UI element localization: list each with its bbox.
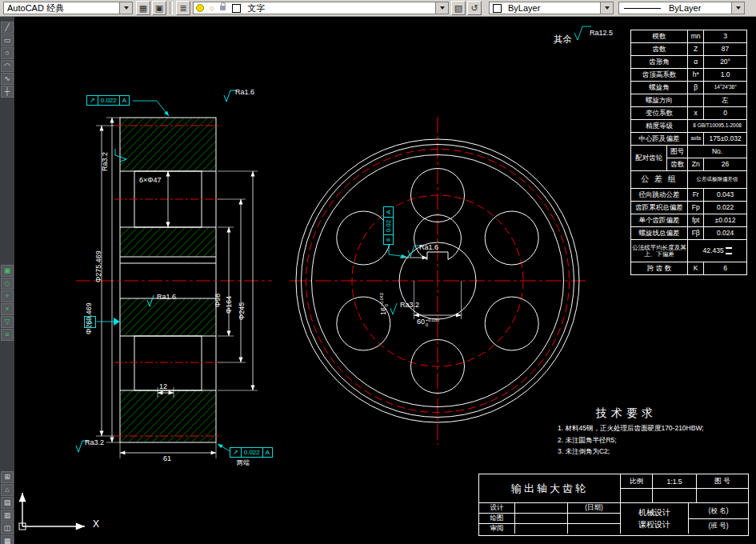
reviewer-label: 审阅 <box>479 524 515 534</box>
param-label: 螺旋方向 <box>631 94 688 107</box>
param-label: 齿顶高系数 <box>631 69 688 82</box>
layer-states-button[interactable]: ▧ <box>451 1 466 15</box>
workspace-settings-button[interactable]: ▦ <box>136 1 150 15</box>
empty-cell <box>568 514 621 524</box>
param-symbol: α <box>688 56 704 69</box>
designer-label: 设计 <box>479 503 515 514</box>
empty-cell <box>697 489 748 503</box>
layer-on-icon <box>196 4 204 12</box>
gdt-symbol: ↗ <box>87 96 98 105</box>
workspace-value: AutoCAD 经典 <box>4 2 119 14</box>
empty-cell <box>568 524 621 534</box>
mirror-tool-icon[interactable]: ▽ <box>1 316 14 328</box>
param-label: 精度等级 <box>631 120 688 133</box>
chevron-down-icon[interactable] <box>600 2 613 14</box>
gdt-tolerance: 0.022 <box>98 96 119 105</box>
offset-tool-icon[interactable]: ≡ <box>1 329 14 341</box>
tech-req-item: 2. 未注圆角半径R5; <box>558 436 617 446</box>
roughness-keyway: Ra1.6 <box>419 243 438 251</box>
left-section-view <box>76 90 272 458</box>
copy-tool-icon[interactable]: + <box>1 290 14 302</box>
modify-tool-group: ▣ ◇ + × ▽ ≡ <box>1 264 14 342</box>
layer-properties-button[interactable]: ≣ <box>176 1 190 15</box>
param-label: 径向跳动公差 <box>631 189 688 202</box>
dim-keyway-main: 16 <box>379 307 387 315</box>
roughness-left: Ra3.2 <box>101 152 109 171</box>
layer-thaw-icon: ☼ <box>208 4 215 12</box>
param-symbol: Zn <box>688 158 704 171</box>
param-label: 中心距及偏差 <box>631 133 688 146</box>
date-label: (日期) <box>568 503 621 514</box>
param-symbol: Fp <box>688 202 704 214</box>
grid-tool-icon[interactable]: ▦ <box>1 535 14 544</box>
param-symbol: fpt <box>688 214 704 227</box>
param-label: 齿数 <box>631 43 688 56</box>
param-label: 螺旋线总偏差 <box>631 227 688 240</box>
school-name: (校 名) <box>689 503 748 519</box>
block-tool-icon[interactable]: ▥ <box>1 510 14 522</box>
dim-hub-diameter: Φ98 <box>214 294 222 307</box>
line-tool-icon[interactable]: ╱ <box>1 22 14 34</box>
workspace-combobox[interactable]: AutoCAD 经典 <box>3 2 133 14</box>
chevron-down-icon[interactable] <box>731 2 744 14</box>
layer-previous-button[interactable]: ↺ <box>467 1 482 15</box>
param-label: 螺旋角 <box>631 82 688 94</box>
param-symbol: a±fa <box>688 133 704 146</box>
drafter-label: 绘图 <box>479 514 515 524</box>
dim-keyway-lower-tol: 0 <box>384 293 389 306</box>
gdt-datum: A <box>262 448 272 457</box>
rectangle-tool-icon[interactable]: ▭ <box>1 34 14 46</box>
erase-tool-icon[interactable]: × <box>1 303 14 315</box>
param-symbol: x <box>688 107 704 120</box>
table-tool-icon[interactable]: ▤ <box>1 497 14 509</box>
spline-tool-icon[interactable]: ∿ <box>1 73 14 85</box>
param-sublabel: 图号 <box>667 146 688 158</box>
general-roughness-value: Ra12.5 <box>590 29 613 37</box>
ucs-icon <box>19 493 85 530</box>
tech-req-title: 技术要求 <box>596 406 657 421</box>
title-block-title: 输出轴大齿轮 <box>479 474 621 503</box>
layer-combobox[interactable]: ☼ 文字 <box>193 2 449 14</box>
scale-value: 1:1.5 <box>653 474 697 489</box>
gdt-frame-bottom: ↗ 0.022 A <box>230 447 273 458</box>
param-sublabel: 齿数 <box>667 158 688 171</box>
ucs-x-label: X <box>93 520 99 528</box>
param-value: 3 <box>704 30 747 43</box>
empty-cell <box>515 524 568 534</box>
move-tool-icon[interactable]: ▣ <box>1 265 14 277</box>
circle-tool-icon[interactable]: ○ <box>1 47 14 59</box>
class-name: (班 号) <box>689 519 748 534</box>
param-value: 14°24′36″ <box>704 82 747 94</box>
param-value: 左 <box>704 94 747 107</box>
arc-tool-icon[interactable]: ◠ <box>1 60 14 72</box>
palette-icon: ▣ <box>155 3 163 13</box>
chevron-down-icon[interactable] <box>435 2 448 14</box>
chevron-down-icon[interactable] <box>119 2 132 14</box>
param-symbol: Fβ <box>688 227 704 240</box>
toolbar-separator <box>170 2 173 14</box>
gdt-frame-top: ↗ 0.022 A <box>86 95 130 106</box>
scale-label: 比例 <box>621 474 653 489</box>
param-value: 0.022 <box>704 202 747 214</box>
param-label: 公法线平均长度及其上、下偏差 <box>631 240 688 262</box>
color-combobox[interactable]: ByLayer <box>489 2 614 14</box>
view-tool-icon[interactable]: ◫ <box>1 522 14 534</box>
param-label: 变位系数 <box>631 107 688 120</box>
param-label: 跨 齿 数 <box>631 262 688 275</box>
linetype-combobox[interactable]: ByLayer <box>618 2 745 14</box>
dim-bore-lower-tol: 0 <box>426 322 439 327</box>
tool-palettes-button[interactable]: ▣ <box>152 1 166 15</box>
hatch-tool-icon[interactable]: ┼ <box>1 86 14 98</box>
rotate-tool-icon[interactable]: ◇ <box>1 278 14 290</box>
course-name: 机械设计 课程设计 <box>621 503 689 534</box>
param-value: 26 <box>704 158 747 171</box>
param-label: 配对齿轮 <box>631 146 667 171</box>
drawing-canvas[interactable]: .dim{marker-start:url(#aw);marker-end:ur… <box>0 0 756 544</box>
param-symbol <box>688 94 704 107</box>
autocad-window: .dim{marker-start:url(#aw);marker-end:ur… <box>0 0 756 544</box>
array-tool-icon[interactable]: ⊞ <box>1 471 14 483</box>
home-tool-icon[interactable]: ⌂ <box>1 484 14 496</box>
param-value-text: 42.435 <box>703 246 724 254</box>
empty-cell <box>515 514 568 524</box>
param-value: 87 <box>704 43 747 56</box>
